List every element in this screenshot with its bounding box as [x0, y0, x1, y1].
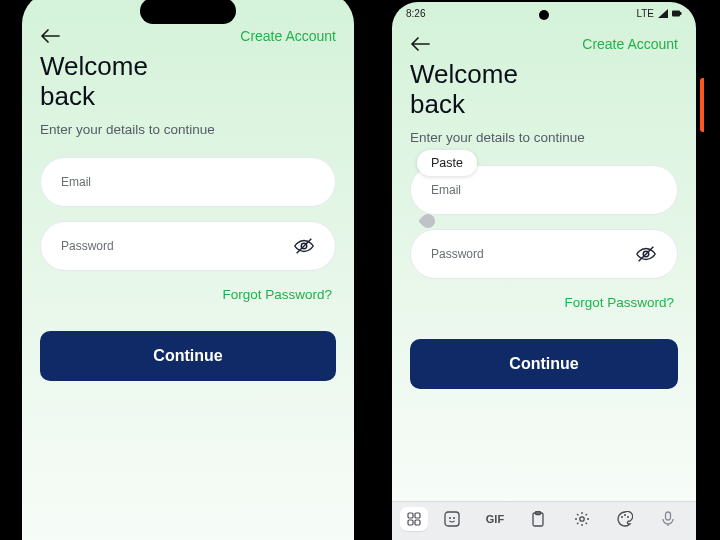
toggle-password-icon[interactable] [293, 235, 315, 257]
page-title-line2: back [40, 81, 95, 111]
battery-icon [672, 9, 682, 18]
forgot-row: Forgot Password? [22, 285, 354, 303]
email-field-wrap[interactable] [40, 157, 336, 207]
back-arrow-icon[interactable] [410, 37, 430, 51]
device-android: 8:26 LTE Create Account [384, 0, 704, 540]
continue-button[interactable]: Continue [410, 339, 678, 389]
page-title-line1: Welcome [410, 59, 518, 89]
login-form [22, 143, 354, 271]
password-field[interactable] [61, 239, 293, 253]
keyboard-rows: q1w2e3r4t5y6u7i8o9p0 asdfghjkl zxcvbnm [392, 536, 696, 540]
title-block: Welcome back Enter your details to conti… [392, 58, 696, 151]
page-title: Welcome back [410, 60, 678, 120]
screen-ios: Create Account Welcome back Enter your d… [22, 0, 354, 540]
forgot-password-link[interactable]: Forgot Password? [222, 287, 332, 302]
svg-point-18 [627, 516, 629, 518]
keyboard-settings-icon[interactable] [562, 502, 601, 536]
keyboard-clipboard-icon[interactable] [519, 502, 558, 536]
create-account-link[interactable]: Create Account [240, 28, 336, 44]
create-account-link[interactable]: Create Account [582, 36, 678, 52]
keyboard-mic-icon[interactable] [649, 502, 688, 536]
email-field[interactable] [431, 183, 657, 197]
email-field[interactable] [61, 175, 315, 189]
status-time: 8:26 [406, 8, 425, 19]
svg-point-11 [449, 517, 451, 519]
svg-rect-10 [445, 512, 459, 526]
forgot-password-link[interactable]: Forgot Password? [564, 295, 674, 310]
keyboard-gif-icon[interactable]: GIF [475, 502, 514, 536]
svg-rect-6 [408, 513, 413, 518]
svg-point-16 [621, 516, 623, 518]
paste-menu[interactable]: Paste [417, 150, 477, 176]
signal-icon [658, 9, 668, 18]
keyboard-toolbar: GIF [392, 502, 696, 536]
page-title-line2: back [410, 89, 465, 119]
title-block: Welcome back Enter your details to conti… [22, 50, 354, 143]
page-title: Welcome back [40, 52, 336, 112]
page-title-line1: Welcome [40, 51, 148, 81]
back-arrow-icon[interactable] [40, 29, 60, 43]
svg-rect-8 [408, 520, 413, 525]
forgot-row: Forgot Password? [392, 293, 696, 311]
toggle-password-icon[interactable] [635, 243, 657, 265]
text-cursor-handle[interactable] [418, 211, 438, 231]
password-field-wrap[interactable] [410, 229, 678, 279]
svg-point-12 [453, 517, 455, 519]
keyboard-grid-icon[interactable] [400, 507, 428, 531]
dynamic-island [140, 0, 236, 24]
password-field[interactable] [431, 247, 635, 261]
screen-android: 8:26 LTE Create Account [392, 2, 696, 540]
svg-rect-3 [680, 12, 681, 15]
page-subtitle: Enter your details to continue [410, 130, 678, 145]
device-ios: Create Account Welcome back Enter your d… [10, 0, 366, 540]
login-form: Paste [392, 151, 696, 279]
password-field-wrap[interactable] [40, 221, 336, 271]
page-subtitle: Enter your details to continue [40, 122, 336, 137]
soft-keyboard: GIF q1w2e3r4t5y6u7i8o9p0 [392, 501, 696, 540]
keyboard-theme-icon[interactable] [605, 502, 644, 536]
svg-rect-9 [415, 520, 420, 525]
header: Create Account [392, 24, 696, 58]
continue-button[interactable]: Continue [40, 331, 336, 381]
side-accent [700, 78, 704, 132]
camera-punch-hole [539, 10, 549, 20]
svg-point-17 [624, 514, 626, 516]
svg-rect-19 [666, 512, 671, 520]
status-network-label: LTE [636, 8, 654, 19]
email-field-wrap[interactable]: Paste [410, 165, 678, 215]
svg-point-15 [579, 517, 583, 521]
keyboard-sticker-icon[interactable] [432, 502, 471, 536]
svg-rect-7 [415, 513, 420, 518]
svg-rect-2 [672, 10, 680, 16]
